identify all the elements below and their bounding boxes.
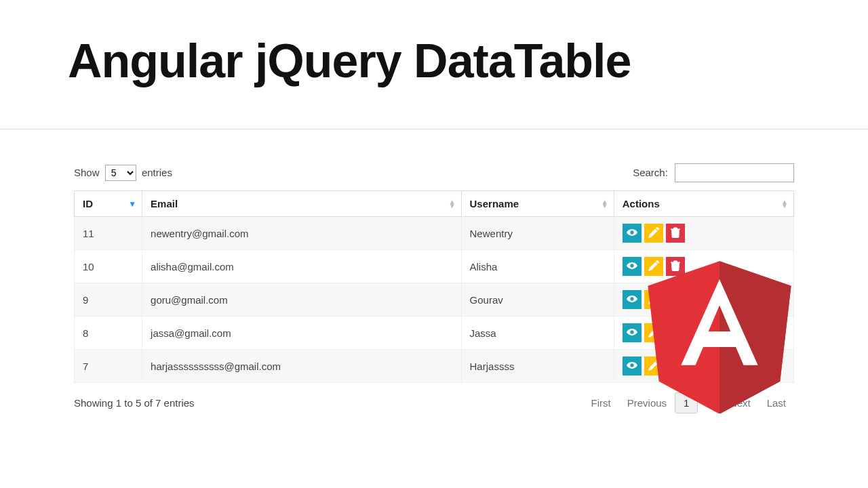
cell-username: Jassa [461, 317, 614, 350]
length-suffix: entries [142, 167, 172, 178]
cell-id: 7 [75, 350, 142, 383]
pagination-first[interactable]: First [583, 393, 619, 413]
eye-icon [627, 227, 637, 240]
table-info: Showing 1 to 5 of 7 entries [74, 397, 195, 409]
cell-id: 10 [75, 250, 142, 283]
column-id-label: ID [83, 198, 93, 209]
eye-icon [627, 327, 637, 340]
length-select[interactable]: 5102550 [105, 165, 136, 181]
angular-logo [638, 245, 801, 413]
search-label: Search: [633, 167, 668, 178]
table-header-row: ID ▼ Email ▲▼ Username ▲▼ Actions ▲▼ [75, 191, 794, 217]
cell-email: jassa@gmail.com [142, 317, 461, 350]
eye-icon [627, 293, 637, 306]
sort-both-icon: ▲▼ [449, 200, 456, 208]
column-header-actions[interactable]: Actions ▲▼ [614, 191, 793, 217]
column-email-label: Email [151, 198, 178, 209]
cell-email: goru@gmail.com [142, 283, 461, 317]
cell-username: Harjassss [461, 350, 614, 383]
view-button[interactable] [623, 224, 642, 243]
cell-username: Alisha [461, 250, 614, 283]
column-header-username[interactable]: Username ▲▼ [461, 191, 614, 217]
length-control: Show 5102550 entries [74, 165, 172, 181]
cell-email: newentry@gmail.com [142, 217, 461, 250]
eye-icon [627, 360, 637, 373]
header-divider [0, 129, 868, 129]
cell-email: harjassssssssss@gmail.com [142, 350, 461, 383]
eye-icon [627, 260, 637, 273]
cell-id: 9 [75, 283, 142, 317]
cell-id: 8 [75, 317, 142, 350]
cell-id: 11 [75, 217, 142, 250]
search-input[interactable] [675, 163, 794, 182]
cell-username: Gourav [461, 283, 614, 317]
edit-icon [648, 227, 659, 240]
cell-email: alisha@gmail.com [142, 250, 461, 283]
datatable-container: Show 5102550 entries Search: ID ▼ Email … [74, 163, 794, 413]
top-controls: Show 5102550 entries Search: [74, 163, 794, 182]
length-prefix: Show [74, 167, 100, 178]
trash-icon [670, 227, 681, 240]
sort-desc-icon: ▼ [128, 202, 136, 206]
sort-both-icon: ▲▼ [601, 200, 608, 208]
sort-both-icon: ▲▼ [781, 200, 788, 208]
page-title: Angular jQuery DataTable [0, 0, 868, 129]
column-username-label: Username [470, 198, 519, 209]
delete-button[interactable] [666, 224, 685, 243]
column-actions-label: Actions [623, 198, 660, 209]
column-header-email[interactable]: Email ▲▼ [142, 191, 461, 217]
cell-username: Newentry [461, 217, 614, 250]
column-header-id[interactable]: ID ▼ [75, 191, 142, 217]
edit-button[interactable] [644, 224, 663, 243]
search-control: Search: [633, 163, 794, 182]
